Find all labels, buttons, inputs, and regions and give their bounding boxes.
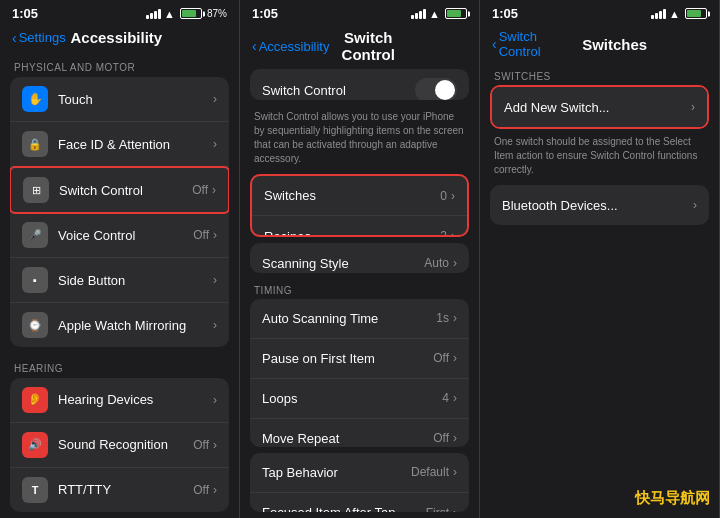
loops-value: 4 — [442, 391, 449, 405]
list-item-rtttty[interactable]: T RTT/TTY Off › — [10, 468, 229, 512]
list-item-voicecontrol[interactable]: 🎤 Voice Control Off › — [10, 213, 229, 258]
list-item-switchcontrol[interactable]: ⊞ Switch Control Off › — [10, 166, 229, 214]
hearingdevices-chevron-icon: › — [213, 393, 217, 407]
p2-item-scanning[interactable]: Scanning Style Auto › — [250, 243, 469, 273]
nav-title-3: Switches — [582, 36, 647, 53]
chevron-left-icon-3: ‹ — [492, 36, 497, 52]
list-item-applewatchmirroring[interactable]: ⌚ Apple Watch Mirroring › — [10, 303, 229, 347]
list-item-touch[interactable]: ✋ Touch › — [10, 77, 229, 122]
list-item-hearingdevices[interactable]: 👂 Hearing Devices › — [10, 378, 229, 423]
nav-back-1[interactable]: ‹ Settings — [12, 30, 66, 46]
rtttty-icon: T — [22, 477, 48, 503]
scanning-value: Auto — [424, 256, 449, 270]
list-item-sidebutton[interactable]: ▪ Side Button › — [10, 258, 229, 303]
battery-fill-1 — [182, 10, 196, 17]
loops-label: Loops — [262, 391, 442, 406]
signal-bar-3-2 — [655, 13, 658, 19]
signal-bar-4 — [158, 9, 161, 19]
rtttty-label: RTT/TTY — [58, 482, 193, 497]
moverepeat-label: Move Repeat — [262, 431, 433, 446]
hearingdevices-icon: 👂 — [22, 387, 48, 413]
status-icons-3: ▲ — [651, 8, 707, 20]
nav-header-3: ‹ Switch Control Switches — [480, 25, 719, 65]
voicecontrol-chevron-icon: › — [213, 228, 217, 242]
bluetooth-section: Bluetooth Devices... › — [490, 185, 709, 225]
recipes-chevron-icon: › — [451, 229, 455, 237]
p2-item-tapbehavior[interactable]: Tap Behavior Default › — [250, 453, 469, 493]
soundrecognition-icon: 🔊 — [22, 432, 48, 458]
voicecontrol-label: Voice Control — [58, 228, 193, 243]
section-label-switches: SWITCHES — [480, 65, 719, 85]
tap-section: Tap Behavior Default › Focused Item Afte… — [250, 453, 469, 512]
list-item-faceid[interactable]: 🔒 Face ID & Attention › — [10, 122, 229, 167]
status-time-2: 1:05 — [252, 6, 278, 21]
bluetooth-label: Bluetooth Devices... — [502, 198, 693, 213]
signal-bar-2-1 — [411, 15, 414, 19]
p2-item-focuseditem[interactable]: Focused Item After Tap First › — [250, 493, 469, 512]
touch-icon: ✋ — [22, 86, 48, 112]
p2-item-autoscanning[interactable]: Auto Scanning Time 1s › — [250, 299, 469, 339]
soundrecognition-value: Off — [193, 438, 209, 452]
wifi-icon-3: ▲ — [669, 8, 680, 20]
touch-label: Touch — [58, 92, 213, 107]
switchcontrol-label: Switch Control — [59, 183, 192, 198]
pausefirstitem-value: Off — [433, 351, 449, 365]
battery-pct-1: 87% — [207, 8, 227, 19]
watermark: 快马导航网 — [635, 489, 710, 508]
list-item-soundrecognition[interactable]: 🔊 Sound Recognition Off › — [10, 423, 229, 468]
faceid-label: Face ID & Attention — [58, 137, 213, 152]
switches-value: 0 — [440, 189, 447, 203]
applewatchmirroring-label: Apple Watch Mirroring — [58, 318, 213, 333]
switchcontrol-toggle[interactable] — [415, 78, 457, 100]
voicecontrol-icon: 🎤 — [22, 222, 48, 248]
p2-item-recipes[interactable]: Recipes 2 › — [252, 216, 467, 237]
battery-fill-3 — [687, 10, 701, 17]
tapbehavior-value: Default — [411, 465, 449, 479]
status-time-1: 1:05 — [12, 6, 38, 21]
signal-bar-2 — [150, 13, 153, 19]
wifi-icon-2: ▲ — [429, 8, 440, 20]
section-label-timing: TIMING — [240, 279, 479, 299]
faceid-icon: 🔒 — [22, 131, 48, 157]
moverepeat-value: Off — [433, 431, 449, 445]
p2-item-loops[interactable]: Loops 4 › — [250, 379, 469, 419]
status-icons-1: ▲ 87% — [146, 8, 227, 20]
moverepeat-chevron-icon: › — [453, 431, 457, 445]
timing-section: Auto Scanning Time 1s › Pause on First I… — [250, 299, 469, 447]
signal-bar-1 — [146, 15, 149, 19]
focuseditem-chevron-icon: › — [453, 506, 457, 512]
pausefirstitem-label: Pause on First Item — [262, 351, 433, 366]
p2-item-switches[interactable]: Switches 0 › — [252, 176, 467, 216]
panel-switches: 1:05 ▲ ‹ Switch Control Switches SWITCHE… — [480, 0, 720, 518]
focuseditem-label: Focused Item After Tap — [262, 505, 426, 512]
p3-item-addnewswitch[interactable]: Add New Switch... › — [492, 87, 707, 127]
section-header-hearing: HEARING — [0, 353, 239, 378]
chevron-left-icon-2: ‹ — [252, 38, 257, 54]
sidebutton-label: Side Button — [58, 273, 213, 288]
nav-back-2[interactable]: ‹ Accessibility — [252, 38, 329, 54]
sidebutton-icon: ▪ — [22, 267, 48, 293]
nav-title-2: Switch Control — [329, 29, 407, 63]
signal-bar-2-2 — [415, 13, 418, 19]
rtttty-chevron-icon: › — [213, 483, 217, 497]
switchcontrol-value: Off — [192, 183, 208, 197]
signal-bar-3-1 — [651, 15, 654, 19]
pausefirstitem-chevron-icon: › — [453, 351, 457, 365]
nav-title-1: Accessibility — [66, 29, 167, 46]
soundrecognition-chevron-icon: › — [213, 438, 217, 452]
switchcontrol-toggle-section: Switch Control — [250, 69, 469, 100]
scanning-label: Scanning Style — [262, 256, 424, 271]
addnewswitch-label: Add New Switch... — [504, 100, 691, 115]
panel-accessibility: 1:05 ▲ 87% ‹ Settings Accessibility PHYS… — [0, 0, 240, 518]
status-time-3: 1:05 — [492, 6, 518, 21]
switchcontrol-toggle-row[interactable]: Switch Control — [250, 69, 469, 100]
wifi-icon-1: ▲ — [164, 8, 175, 20]
nav-back-3[interactable]: ‹ Switch Control — [492, 29, 582, 59]
battery-tip-1 — [203, 11, 205, 16]
signal-bar-2-3 — [419, 11, 422, 19]
p2-item-pausefirstitem[interactable]: Pause on First Item Off › — [250, 339, 469, 379]
p3-item-bluetooth[interactable]: Bluetooth Devices... › — [490, 185, 709, 225]
p2-item-moverepeat[interactable]: Move Repeat Off › — [250, 419, 469, 447]
switchcontrol-icon: ⊞ — [23, 177, 49, 203]
switches-label: Switches — [264, 188, 440, 203]
